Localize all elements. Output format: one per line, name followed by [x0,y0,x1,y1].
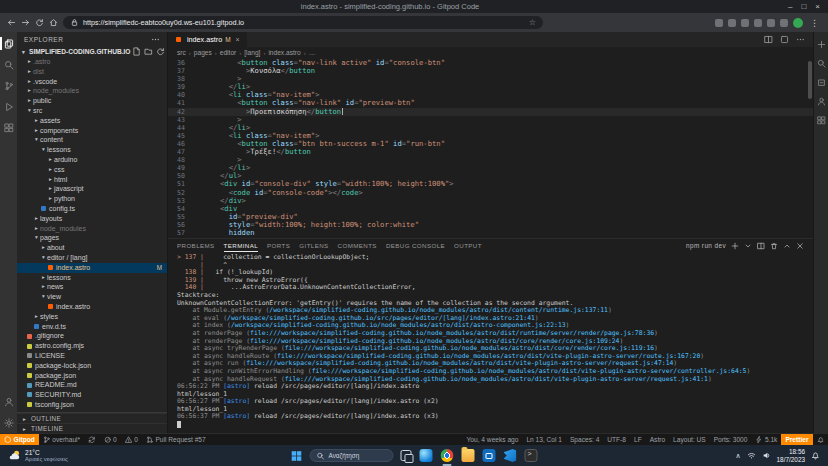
line-number[interactable]: 46 [168,140,194,148]
shell-label[interactable]: npm run dev [686,242,726,249]
chrome-icon[interactable] [440,448,455,464]
status-gitlens-blame[interactable]: You, 4 weeks ago [463,434,523,445]
status-encoding[interactable]: UTF-8 [603,434,630,445]
terminal-output[interactable]: > 137 | collection = collectionOrLookupO… [168,252,813,433]
section-timeline[interactable]: ▸TIMELINE [17,423,167,433]
new-file-icon[interactable] [132,47,141,56]
maximize-panel-icon[interactable] [783,242,791,250]
section-outline[interactable]: ▸OUTLINE [17,413,167,423]
split-terminal-icon[interactable] [757,242,765,250]
run-debug-icon[interactable] [0,100,17,113]
browser-sidebar-icon[interactable] [817,116,826,125]
line-number[interactable]: 43 [168,116,194,124]
line-number[interactable]: 36 [168,59,194,67]
breadcrumb-item-pages[interactable]: pages [194,49,212,56]
taskbar-search[interactable]: Αναζήτηση [310,449,394,462]
tree-item-package-lock-json[interactable]: package-lock.json [17,361,167,371]
tree-item-javascript[interactable]: ▸javascript [17,184,167,194]
wifi-icon[interactable] [747,451,756,460]
search-icon[interactable] [0,58,17,71]
tree-item-index-astro[interactable]: index.astro [17,302,167,312]
bookmark-star-icon[interactable]: ☆ [529,18,536,27]
line-number[interactable]: 47 [168,148,194,156]
maximize-icon[interactable]: □ [801,2,806,11]
tree-item-src[interactable]: ▾src [17,106,167,116]
refresh-explorer-icon[interactable] [156,47,165,56]
status-audit[interactable]: 5.1k [751,434,781,445]
extension-icon[interactable] [728,19,736,27]
breadcrumb-item-index-astro[interactable]: index.astro [268,49,300,56]
chevron-down-icon[interactable] [744,242,752,250]
tab-index-astro[interactable]: index.astro M × [168,32,248,47]
terminal-icon[interactable] [524,448,539,464]
breadcrumb-item-lang[interactable]: [lang] [244,49,260,56]
extensions-icon[interactable] [0,121,17,134]
tree-item-env-d-ts[interactable]: env.d.ts [17,322,167,332]
tree-item-public[interactable]: ▸public [17,96,167,106]
line-number[interactable]: 45 [168,132,194,140]
tree-item-python[interactable]: ▸python [17,194,167,204]
back-icon[interactable] [7,18,16,27]
panel-tab-comments[interactable]: COMMENTS [338,239,377,252]
home-icon[interactable] [49,18,58,27]
volume-icon[interactable] [762,451,771,460]
tree-item-lessons[interactable]: ▾lessons [17,145,167,155]
tree-item-lessons[interactable]: ▸lessons [17,273,167,283]
tree-item-about[interactable]: ▸about [17,243,167,253]
status-ports[interactable]: Ports: 3000 [710,434,752,445]
tree-item-html[interactable]: ▸html [17,175,167,185]
panel-tab-ports[interactable]: PORTS [267,239,290,252]
tree-item-astro[interactable]: ▸.astro [17,57,167,67]
status-warnings[interactable]: 0 [121,434,142,445]
extension-icon[interactable] [780,19,788,27]
new-terminal-icon[interactable] [731,242,739,250]
settings-icon[interactable] [0,416,17,429]
browser-sidebar-icon[interactable] [817,59,826,68]
extension-icon[interactable] [741,19,749,27]
line-number[interactable]: 49 [168,164,194,172]
tree-item-node-modules[interactable]: ▸node_modules [17,224,167,234]
tree-item-readme-md[interactable]: README.md [17,380,167,390]
weather-widget[interactable]: 21°C Αραιές νεφώσεις [8,449,68,463]
source-control-icon[interactable] [0,79,17,92]
close-window-icon[interactable]: × [815,2,820,11]
browser-sidebar-add-icon[interactable] [817,40,826,49]
line-number[interactable]: 56 [168,221,194,229]
vscode-icon[interactable] [503,448,518,464]
edge-icon[interactable] [419,448,434,464]
url-bar[interactable]: https://simplifiedc-eabtco0uy0d.ws-eu101… [63,16,543,29]
tree-item-astro-config-mjs[interactable]: astro.config.mjs [17,341,167,351]
line-number[interactable]: 40 [168,91,194,99]
line-number[interactable]: 41 [168,99,194,107]
tree-item-gitignore[interactable]: .gitignore [17,331,167,341]
tree-item-layouts[interactable]: ▸layouts [17,214,167,224]
browser-sidebar-icon[interactable] [817,78,826,87]
tree-item-node-modules[interactable]: ▸node_modules [17,86,167,96]
status-eol[interactable]: LF [630,434,646,445]
store-icon[interactable] [482,448,497,464]
reload-icon[interactable] [35,18,44,27]
editor-scrollbar[interactable] [808,61,812,99]
file-explorer-icon[interactable] [461,448,476,464]
minimize-icon[interactable]: – [788,2,792,11]
line-number[interactable]: 42 [168,108,194,116]
extension-icon[interactable] [754,19,762,27]
status-cursor-position[interactable]: Ln 13, Col 1 [522,434,566,445]
browser-sidebar-icon[interactable] [817,97,826,106]
line-number[interactable]: 54 [168,205,194,213]
tree-item-tsconfig-json[interactable]: tsconfig.json [17,400,167,410]
tree-item-view[interactable]: ▾view [17,292,167,302]
status-prettier[interactable]: Prettier [781,434,812,445]
tree-item-pages[interactable]: ▾pages [17,233,167,243]
split-editor-icon[interactable] [764,35,773,44]
panel-tab-debug-console[interactable]: DEBUG CONSOLE [386,239,445,252]
project-root-folder[interactable]: ▾ SIMPLIFIED-CODING.GITHUB.IO [17,46,167,57]
explorer-more-actions-icon[interactable] [151,35,160,44]
tree-item-license[interactable]: LICENSE [17,351,167,361]
status-indentation[interactable]: Spaces: 4 [566,434,603,445]
tree-item-security-md[interactable]: SECURITY.md [17,390,167,400]
account-icon[interactable] [0,395,17,408]
line-number[interactable]: 37 [168,67,194,75]
tree-item-index-astro[interactable]: index.astroM [17,263,167,273]
line-number[interactable]: 51 [168,180,194,188]
